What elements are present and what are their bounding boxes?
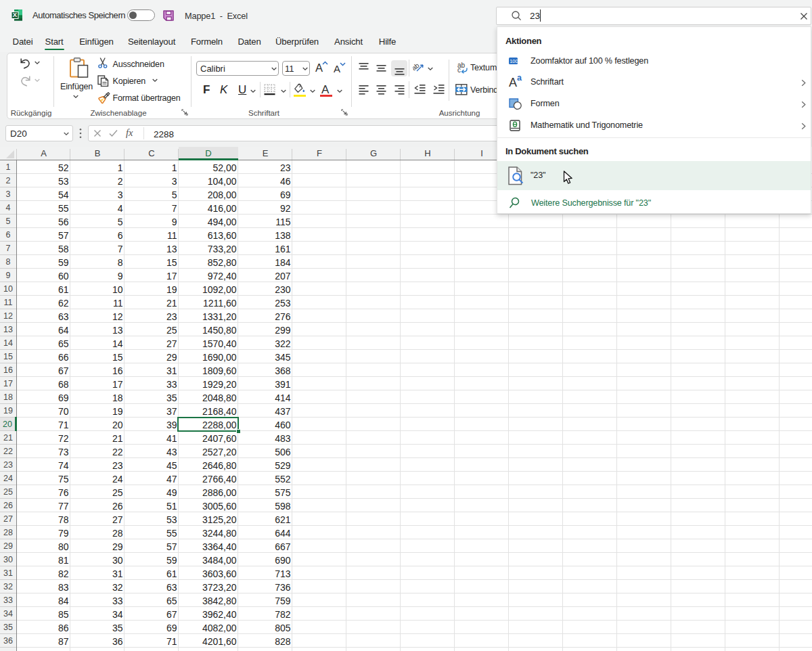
svg-text:X: X [13, 11, 18, 18]
svg-text:c: c [457, 66, 461, 74]
